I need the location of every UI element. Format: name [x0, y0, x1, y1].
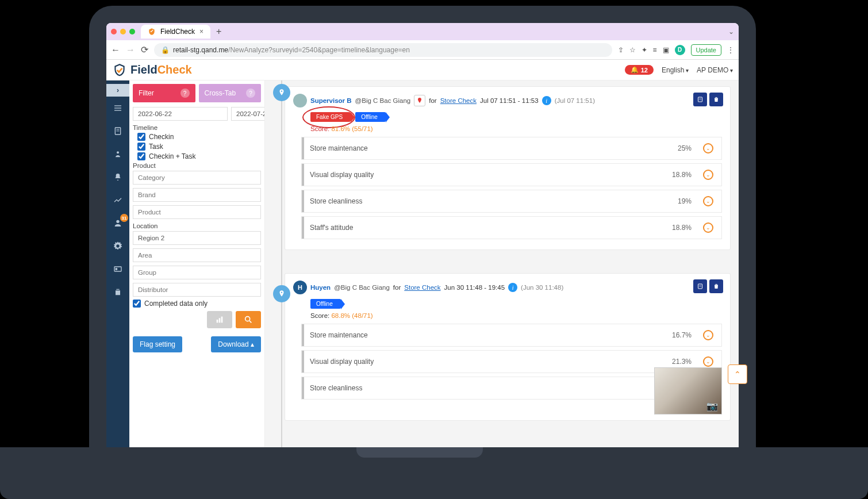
camera-icon: 📷 — [706, 401, 718, 412]
lock-icon: 🔒 — [161, 46, 170, 54]
user-menu-dropdown[interactable]: AP DEMO — [697, 66, 733, 74]
nav-person-icon[interactable]: 31 — [106, 212, 129, 235]
svg-point-13 — [245, 317, 250, 321]
distributor-input[interactable] — [133, 283, 261, 297]
user-avatar[interactable] — [293, 94, 307, 108]
fake-gps-chip: Fake GPS — [310, 112, 351, 122]
timeline-entry: H Huyen @Big C Bac Giang for Store Check… — [285, 273, 731, 421]
entry-survey-link[interactable]: Store Check — [404, 284, 440, 291]
area-input[interactable] — [133, 248, 261, 262]
info-icon[interactable]: i — [508, 283, 517, 292]
entry-sync-time: (Jun 30 11:48) — [521, 284, 563, 291]
region-input[interactable] — [133, 231, 261, 245]
back-button[interactable]: ← — [111, 45, 120, 55]
url-input[interactable]: 🔒 retail-stg.qand.me/NewAnalyze?surveyid… — [154, 43, 612, 57]
minimize-window-icon[interactable] — [120, 29, 126, 34]
bookmark-star-icon[interactable]: ☆ — [629, 46, 636, 54]
reload-button[interactable]: ⟳ — [141, 44, 148, 55]
update-browser-button[interactable]: Update — [691, 44, 721, 56]
category-row[interactable]: Store maintenance16.7%⌄ — [301, 324, 722, 347]
category-input[interactable] — [133, 171, 261, 185]
browser-tab[interactable]: FieldCheck × — [141, 25, 210, 39]
entry-sync-time: (Jul 07 11:51) — [555, 97, 595, 104]
category-name: Store maintenance — [310, 331, 368, 339]
product-input[interactable] — [133, 205, 261, 219]
tab-list-chevron-icon[interactable]: ⌄ — [728, 28, 734, 36]
close-window-icon[interactable] — [111, 29, 117, 34]
svg-rect-1 — [114, 108, 121, 108]
chart-button[interactable] — [207, 311, 232, 328]
svg-point-7 — [116, 220, 119, 223]
share-icon[interactable]: ⇪ — [618, 46, 624, 54]
nav-chart-icon[interactable] — [106, 189, 129, 212]
maximize-window-icon[interactable] — [129, 29, 135, 34]
checkbox-checkin[interactable]: Checkin — [137, 133, 261, 141]
nav-card-icon[interactable] — [106, 258, 129, 281]
nav-list-icon[interactable] — [106, 97, 129, 120]
tab-filter[interactable]: Filter? — [133, 84, 195, 102]
panel-icon[interactable]: ▣ — [663, 46, 669, 54]
profile-avatar[interactable]: D — [675, 45, 685, 55]
reading-list-icon[interactable]: ≡ — [653, 46, 657, 54]
expand-toggle-icon[interactable]: ⌄ — [703, 196, 713, 206]
download-button[interactable]: Download ▴ — [211, 336, 261, 352]
offline-chip: Offline — [355, 112, 386, 122]
notification-pill[interactable]: 🔔 12 — [625, 65, 654, 75]
help-icon[interactable]: ? — [246, 89, 255, 98]
entry-delete-button[interactable] — [709, 93, 723, 106]
new-tab-button[interactable]: + — [216, 26, 221, 37]
category-row[interactable]: Visual display quality18.8%⌄ — [301, 163, 722, 186]
entry-survey-link[interactable]: Store Check — [440, 97, 477, 104]
entry-detail-button[interactable] — [693, 279, 707, 293]
svg-rect-11 — [219, 318, 221, 323]
checkbox-completed[interactable]: Completed data only — [133, 300, 261, 308]
nav-report-icon[interactable] — [106, 120, 129, 143]
offline-chip: Offline — [310, 299, 341, 309]
category-percent: 16.7% — [672, 331, 692, 339]
date-to-input[interactable] — [231, 107, 265, 121]
browser-address-bar: ← → ⟳ 🔒 retail-stg.qand.me/NewAnalyze?su… — [106, 40, 739, 60]
language-dropdown[interactable]: English — [662, 66, 689, 74]
browser-menu-icon[interactable]: ⋮ — [727, 46, 734, 54]
entry-user-link[interactable]: Supervisor B — [310, 97, 352, 104]
tab-crosstab[interactable]: Cross-Tab? — [199, 84, 262, 102]
search-button[interactable] — [236, 311, 261, 328]
entry-delete-button[interactable] — [709, 279, 723, 293]
svg-rect-10 — [217, 320, 218, 323]
date-from-input[interactable] — [133, 107, 228, 121]
logo-text-check: Check — [158, 63, 192, 76]
expand-toggle-icon[interactable]: ⌄ — [703, 170, 713, 180]
entry-user-link[interactable]: Huyen — [310, 284, 331, 291]
group-input[interactable] — [133, 266, 261, 279]
entry-score: Score: 68.8% (48/71) — [310, 312, 722, 319]
checkbox-task[interactable]: Task — [137, 143, 261, 151]
svg-point-9 — [116, 268, 117, 270]
category-name: Visual display quality — [310, 171, 374, 179]
entry-detail-button[interactable] — [693, 93, 707, 106]
help-icon[interactable]: ? — [180, 89, 190, 98]
url-host: retail-stg.qand.me — [173, 46, 228, 54]
nav-users-icon[interactable] — [106, 143, 129, 166]
expand-toggle-icon[interactable]: ⌄ — [703, 356, 713, 367]
extensions-puzzle-icon[interactable]: ✦ — [642, 46, 647, 54]
nav-docs-icon[interactable] — [106, 281, 129, 304]
tab-close-button[interactable]: × — [199, 28, 203, 36]
gps-warning-icon[interactable] — [414, 95, 425, 106]
entry-photo-thumbnail[interactable]: 📷 — [654, 367, 722, 414]
category-row[interactable]: Staff's attitude18.8%⌄ — [301, 216, 722, 239]
flag-setting-button[interactable]: Flag setting — [133, 336, 182, 352]
expand-toggle-icon[interactable]: ⌄ — [703, 330, 713, 340]
nav-bell-icon[interactable] — [106, 166, 129, 189]
brand-input[interactable] — [133, 188, 261, 202]
user-avatar[interactable]: H — [293, 281, 307, 294]
app-logo[interactable]: FieldCheck — [112, 63, 192, 78]
nav-gear-icon[interactable] — [106, 235, 129, 258]
checkbox-checkin-task[interactable]: Checkin + Task — [137, 152, 261, 160]
rail-expand-button[interactable]: › — [106, 84, 129, 97]
expand-toggle-icon[interactable]: ⌄ — [703, 222, 713, 233]
category-row[interactable]: Store cleanliness19%⌄ — [301, 190, 722, 213]
scroll-to-top-button[interactable]: ⌃ — [728, 364, 747, 384]
category-row[interactable]: Store maintenance25%⌄ — [301, 137, 722, 160]
expand-toggle-icon[interactable]: ⌄ — [703, 143, 713, 153]
info-icon[interactable]: i — [542, 96, 551, 105]
